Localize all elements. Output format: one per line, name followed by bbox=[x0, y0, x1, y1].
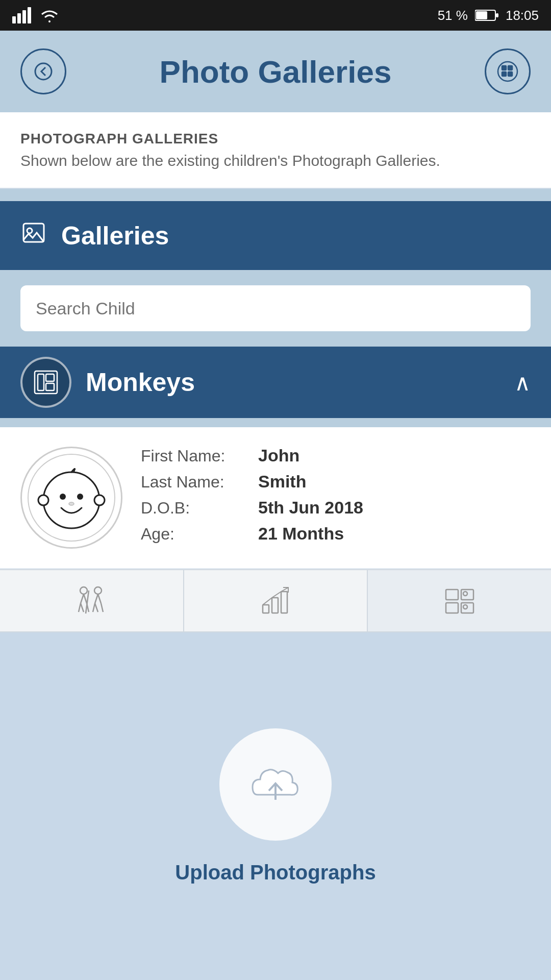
search-input[interactable] bbox=[20, 285, 531, 331]
time-text: 18:05 bbox=[506, 8, 539, 23]
svg-line-30 bbox=[81, 603, 84, 612]
svg-point-7 bbox=[35, 63, 52, 80]
svg-line-35 bbox=[98, 594, 101, 603]
section-description: PHOTOGRAPH GALLERIES Shown below are the… bbox=[0, 112, 551, 189]
svg-rect-44 bbox=[446, 603, 458, 613]
svg-point-46 bbox=[463, 592, 467, 596]
status-right: 51 % 18:05 bbox=[438, 8, 539, 23]
svg-point-33 bbox=[94, 587, 102, 594]
back-icon bbox=[34, 62, 53, 81]
svg-line-36 bbox=[93, 603, 95, 612]
grid-button[interactable] bbox=[485, 48, 531, 94]
svg-point-24 bbox=[77, 494, 83, 500]
svg-line-38 bbox=[101, 603, 103, 612]
group-label: Monkeys bbox=[86, 368, 500, 397]
back-button[interactable] bbox=[20, 48, 66, 94]
svg-rect-39 bbox=[263, 605, 269, 613]
child-info: First Name: John Last Name: Smith D.O.B:… bbox=[141, 446, 531, 550]
firstname-label: First Name: bbox=[141, 447, 258, 465]
section-text: Shown below are the existing children's … bbox=[20, 152, 531, 169]
status-left bbox=[12, 7, 59, 23]
svg-point-22 bbox=[94, 495, 105, 505]
group-icon bbox=[20, 357, 71, 408]
chevron-up-icon: ∧ bbox=[514, 370, 531, 396]
header: Photo Galleries bbox=[0, 31, 551, 112]
svg-point-14 bbox=[27, 228, 32, 233]
divider-1 bbox=[0, 189, 551, 201]
signal-icon bbox=[12, 7, 35, 23]
svg-point-26 bbox=[80, 587, 87, 594]
section-title: PHOTOGRAPH GALLERIES bbox=[20, 131, 531, 147]
svg-line-34 bbox=[95, 594, 98, 603]
status-bar: 51 % 18:05 bbox=[0, 0, 551, 31]
page-title: Photo Galleries bbox=[160, 54, 392, 90]
action-tabs bbox=[0, 569, 551, 632]
activities-tab[interactable] bbox=[0, 570, 184, 631]
battery-text: 51 % bbox=[438, 8, 468, 23]
svg-point-21 bbox=[38, 495, 48, 505]
gallery-icon bbox=[20, 219, 47, 252]
svg-rect-0 bbox=[12, 16, 16, 23]
gallery-tab[interactable] bbox=[368, 570, 551, 631]
svg-point-20 bbox=[43, 472, 99, 528]
child-avatar bbox=[20, 447, 122, 549]
svg-rect-40 bbox=[272, 598, 278, 613]
baby-avatar bbox=[26, 452, 117, 544]
svg-rect-16 bbox=[38, 374, 44, 390]
svg-line-27 bbox=[81, 594, 84, 603]
svg-rect-41 bbox=[281, 592, 287, 613]
dob-label: D.O.B: bbox=[141, 499, 258, 518]
progress-tab[interactable] bbox=[184, 570, 368, 631]
svg-rect-18 bbox=[46, 383, 54, 390]
firstname-value: John bbox=[258, 446, 299, 465]
svg-rect-42 bbox=[446, 590, 458, 600]
svg-rect-9 bbox=[502, 66, 506, 70]
page-content: Photo Galleries PHOTOGRAPH GALLERIES Sho… bbox=[0, 31, 551, 980]
svg-rect-5 bbox=[476, 11, 487, 19]
wifi-icon bbox=[40, 7, 59, 23]
svg-point-23 bbox=[60, 494, 66, 500]
svg-rect-1 bbox=[17, 13, 21, 23]
svg-rect-10 bbox=[508, 66, 512, 70]
upload-button[interactable] bbox=[219, 728, 332, 841]
lastname-value: Smith bbox=[258, 472, 306, 492]
age-label: Age: bbox=[141, 525, 258, 544]
divider-2 bbox=[0, 418, 551, 427]
svg-point-8 bbox=[498, 62, 517, 81]
galleries-label: Galleries bbox=[61, 221, 169, 251]
svg-line-28 bbox=[84, 594, 87, 603]
age-value: 21 Months bbox=[258, 524, 344, 544]
activities-icon bbox=[73, 585, 109, 616]
gallery-tab-icon bbox=[442, 585, 478, 616]
svg-line-37 bbox=[95, 603, 98, 612]
svg-rect-3 bbox=[28, 7, 31, 23]
dob-row: D.O.B: 5th Jun 2018 bbox=[141, 498, 531, 518]
grid-icon bbox=[497, 61, 518, 82]
svg-rect-2 bbox=[22, 10, 26, 23]
group-header[interactable]: Monkeys ∧ bbox=[0, 347, 551, 418]
svg-rect-17 bbox=[46, 374, 54, 381]
upload-area: Upload Photographs bbox=[0, 632, 551, 980]
svg-rect-12 bbox=[508, 72, 512, 76]
galleries-header: Galleries bbox=[0, 201, 551, 270]
upload-cloud-icon bbox=[247, 759, 304, 810]
svg-rect-11 bbox=[502, 72, 506, 76]
child-card: First Name: John Last Name: Smith D.O.B:… bbox=[0, 427, 551, 569]
room-icon bbox=[31, 367, 61, 398]
svg-rect-6 bbox=[496, 13, 498, 17]
photo-gallery-icon bbox=[20, 219, 47, 246]
battery-icon bbox=[475, 9, 498, 22]
upload-label[interactable]: Upload Photographs bbox=[175, 861, 375, 884]
svg-point-25 bbox=[69, 502, 74, 505]
age-row: Age: 21 Months bbox=[141, 524, 531, 544]
lastname-row: Last Name: Smith bbox=[141, 472, 531, 492]
firstname-row: First Name: John bbox=[141, 446, 531, 465]
search-area bbox=[0, 270, 551, 347]
dob-value: 5th Jun 2018 bbox=[258, 498, 363, 518]
progress-icon bbox=[258, 585, 293, 616]
lastname-label: Last Name: bbox=[141, 473, 258, 492]
svg-line-29 bbox=[79, 603, 81, 612]
svg-point-47 bbox=[463, 605, 467, 609]
